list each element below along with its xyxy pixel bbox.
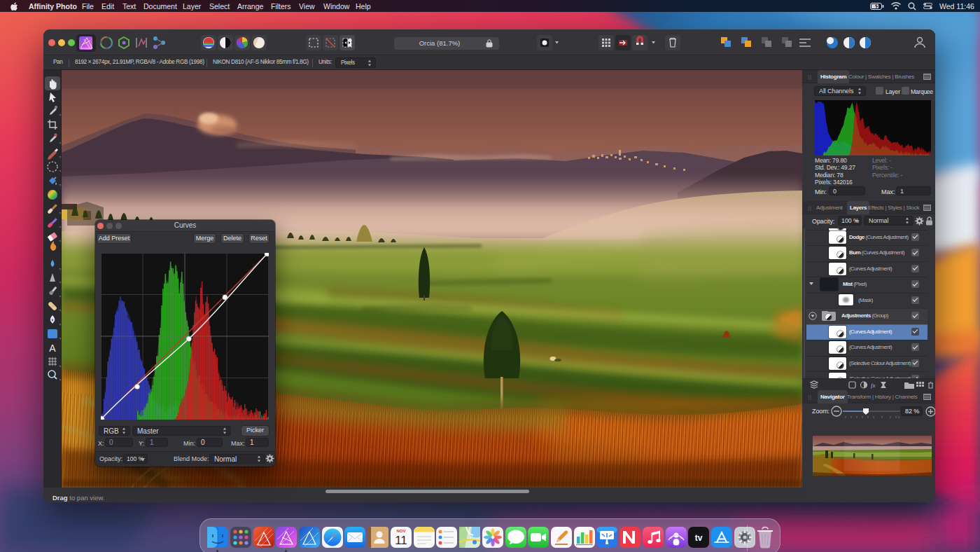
svg-text:fx: fx: [871, 382, 875, 389]
svg-text:NOV: NOV: [396, 529, 405, 533]
svg-text:11: 11: [395, 534, 407, 547]
svg-text:A: A: [49, 343, 56, 354]
svg-text:tv: tv: [695, 533, 703, 543]
svg-text:Orcia (81.7%): Orcia (81.7%): [419, 39, 461, 47]
